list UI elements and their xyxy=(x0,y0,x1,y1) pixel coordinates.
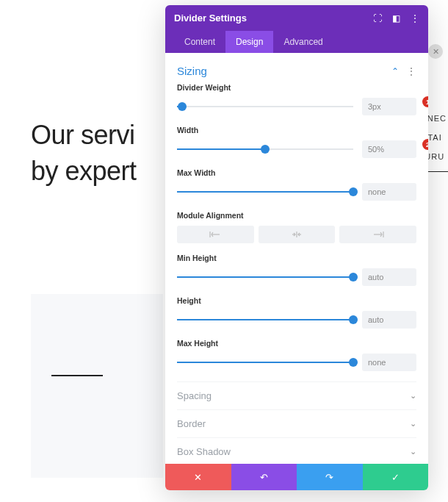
chevron-down-icon: ⌄ xyxy=(410,391,416,401)
chevron-up-icon[interactable]: ⌃ xyxy=(391,66,399,76)
align-right-button[interactable] xyxy=(339,226,416,243)
section-kebab-icon[interactable]: ⋮ xyxy=(406,65,416,77)
undo-button[interactable]: ↶ xyxy=(231,464,297,490)
value-max-height[interactable]: none xyxy=(362,354,416,371)
modal-header: Divider Settings ⛶ ◧ ⋮ Content Design Ad… xyxy=(165,5,428,53)
field-module-alignment: Module Alignment xyxy=(177,211,416,243)
bg-divider-line xyxy=(51,375,103,376)
slider-height[interactable] xyxy=(177,319,353,320)
section-header-sizing[interactable]: Sizing ⌃ ⋮ xyxy=(177,60,416,83)
value-max-width[interactable]: none xyxy=(362,183,416,201)
field-label: Height xyxy=(177,296,416,305)
section-label: Box Shadow xyxy=(177,446,231,457)
divider-settings-modal: Divider Settings ⛶ ◧ ⋮ Content Design Ad… xyxy=(165,5,428,490)
value-height[interactable]: auto xyxy=(362,311,416,329)
field-width: Width 50% 2 xyxy=(177,126,416,158)
align-center-button[interactable] xyxy=(259,226,336,243)
heading-line2: by expert xyxy=(31,156,137,186)
annotation-badge-1: 1 xyxy=(422,96,428,107)
annotation-badge-2: 2 xyxy=(422,139,428,150)
value-divider-weight[interactable]: 3px xyxy=(362,98,416,115)
slider-max-width[interactable] xyxy=(177,191,353,193)
field-label: Module Alignment xyxy=(177,211,416,220)
slider-max-height[interactable] xyxy=(177,362,353,363)
cancel-button[interactable]: ✕ xyxy=(165,464,231,490)
field-divider-weight: Divider Weight 3px 1 xyxy=(177,83,416,115)
field-label: Max Width xyxy=(177,168,416,177)
expand-icon[interactable]: ⛶ xyxy=(373,13,382,24)
align-left-button[interactable] xyxy=(177,226,254,243)
field-min-height: Min Height auto xyxy=(177,254,416,286)
redo-button[interactable]: ↷ xyxy=(297,464,363,490)
slider-divider-weight[interactable] xyxy=(177,106,353,107)
section-title: Sizing xyxy=(177,65,207,77)
snap-icon[interactable]: ◧ xyxy=(392,13,400,24)
slider-width[interactable] xyxy=(177,148,353,150)
tab-design[interactable]: Design xyxy=(225,31,273,53)
section-border[interactable]: Border ⌄ xyxy=(177,409,416,437)
section-spacing[interactable]: Spacing ⌄ xyxy=(177,381,416,409)
value-width[interactable]: 50% xyxy=(362,140,416,158)
field-label: Min Height xyxy=(177,254,416,262)
field-height: Height auto xyxy=(177,296,416,329)
tabs: Content Design Advanced xyxy=(174,31,419,53)
field-label: Max Height xyxy=(177,339,416,348)
modal-title: Divider Settings xyxy=(174,12,247,24)
chevron-down-icon: ⌄ xyxy=(410,419,416,429)
modal-header-actions: ⛶ ◧ ⋮ xyxy=(373,13,419,24)
field-max-width: Max Width none xyxy=(177,168,416,201)
save-button[interactable]: ✓ xyxy=(363,464,429,490)
value-min-height[interactable]: auto xyxy=(362,268,416,286)
field-label: Width xyxy=(177,126,416,135)
close-overlay-icon[interactable]: ✕ xyxy=(428,44,443,59)
section-label: Spacing xyxy=(177,390,212,401)
modal-body[interactable]: Sizing ⌃ ⋮ Divider Weight 3px 1 Width xyxy=(165,53,428,464)
section-box-shadow[interactable]: Box Shadow ⌄ xyxy=(177,437,416,464)
chevron-down-icon: ⌄ xyxy=(410,447,416,456)
tab-content[interactable]: Content xyxy=(174,31,225,53)
field-label: Divider Weight xyxy=(177,83,416,92)
field-max-height: Max Height none xyxy=(177,339,416,371)
modal-footer: ✕ ↶ ↷ ✓ xyxy=(165,464,428,490)
slider-min-height[interactable] xyxy=(177,276,353,278)
page-heading: Our servi by expert xyxy=(31,118,137,189)
section-label: Border xyxy=(177,418,206,429)
tab-advanced[interactable]: Advanced xyxy=(273,31,333,53)
bg-card xyxy=(31,294,163,478)
kebab-icon[interactable]: ⋮ xyxy=(411,13,419,24)
heading-line1: Our servi xyxy=(31,120,135,150)
